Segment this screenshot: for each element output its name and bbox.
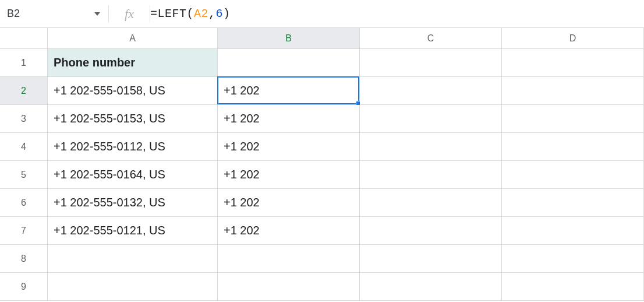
row-header-6[interactable]: 6 <box>0 189 48 216</box>
formula-text: =LEFT <box>150 7 187 20</box>
spreadsheet-grid: ABCD 1Phone number2+1 202-555-0158, US+1… <box>0 28 644 301</box>
cell-D8[interactable] <box>502 245 644 272</box>
cell-C9[interactable] <box>360 273 502 300</box>
cell-B2[interactable]: +1 202 <box>218 77 360 104</box>
column-header-B[interactable]: B <box>218 28 360 48</box>
cell-C1[interactable] <box>360 49 502 76</box>
row-header-7[interactable]: 7 <box>0 217 48 244</box>
row: 9 <box>0 273 644 301</box>
row: 3+1 202-555-0153, US+1 202 <box>0 105 644 133</box>
cell-B4[interactable]: +1 202 <box>218 133 360 160</box>
cell-B7[interactable]: +1 202 <box>218 217 360 244</box>
name-box[interactable]: B2 <box>0 0 108 27</box>
cell-B6[interactable]: +1 202 <box>218 189 360 216</box>
cell-B5[interactable]: +1 202 <box>218 161 360 188</box>
grid-body: 1Phone number2+1 202-555-0158, US+1 2023… <box>0 49 644 301</box>
cell-A6[interactable]: +1 202-555-0132, US <box>48 189 218 216</box>
formula-paren-close: ) <box>223 7 231 20</box>
row-header-3[interactable]: 3 <box>0 105 48 132</box>
column-header-C[interactable]: C <box>360 28 502 48</box>
row: 2+1 202-555-0158, US+1 202 <box>0 77 644 105</box>
cell-B1[interactable] <box>218 49 360 76</box>
formula-input[interactable]: =LEFT(A2,6) <box>150 0 644 27</box>
cell-B9[interactable] <box>218 273 360 300</box>
row: 7+1 202-555-0121, US+1 202 <box>0 217 644 245</box>
cell-C6[interactable] <box>360 189 502 216</box>
column-header-D[interactable]: D <box>502 28 644 48</box>
cell-C8[interactable] <box>360 245 502 272</box>
row-header-9[interactable]: 9 <box>0 273 48 300</box>
cell-A5[interactable]: +1 202-555-0164, US <box>48 161 218 188</box>
formula-arg-ref: A2 <box>194 7 208 20</box>
name-box-value: B2 <box>7 8 20 20</box>
cell-B8[interactable] <box>218 245 360 272</box>
cell-A4[interactable]: +1 202-555-0112, US <box>48 133 218 160</box>
fill-handle[interactable] <box>356 101 360 106</box>
cell-C4[interactable] <box>360 133 502 160</box>
cell-D7[interactable] <box>502 217 644 244</box>
row: 4+1 202-555-0112, US+1 202 <box>0 133 644 161</box>
formula-bar: B2 fx =LEFT(A2,6) <box>0 0 644 28</box>
cell-B3[interactable]: +1 202 <box>218 105 360 132</box>
row-header-5[interactable]: 5 <box>0 161 48 188</box>
cell-D6[interactable] <box>502 189 644 216</box>
cell-D3[interactable] <box>502 105 644 132</box>
cell-A9[interactable] <box>48 273 218 300</box>
row-header-4[interactable]: 4 <box>0 133 48 160</box>
cell-C2[interactable] <box>360 77 502 104</box>
cell-D4[interactable] <box>502 133 644 160</box>
formula-comma: , <box>208 7 216 20</box>
column-headers: ABCD <box>0 28 644 49</box>
cell-C7[interactable] <box>360 217 502 244</box>
formula-arg-num: 6 <box>216 7 224 20</box>
select-all-corner[interactable] <box>0 28 48 48</box>
cell-A3[interactable]: +1 202-555-0153, US <box>48 105 218 132</box>
cell-D5[interactable] <box>502 161 644 188</box>
cell-C3[interactable] <box>360 105 502 132</box>
cell-A1[interactable]: Phone number <box>48 49 218 76</box>
cell-C5[interactable] <box>360 161 502 188</box>
row: 5+1 202-555-0164, US+1 202 <box>0 161 644 189</box>
row: 6+1 202-555-0132, US+1 202 <box>0 189 644 217</box>
cell-A8[interactable] <box>48 245 218 272</box>
row: 1Phone number <box>0 49 644 77</box>
cell-A2[interactable]: +1 202-555-0158, US <box>48 77 218 104</box>
cell-D9[interactable] <box>502 273 644 300</box>
row-header-1[interactable]: 1 <box>0 49 48 76</box>
cell-D2[interactable] <box>502 77 644 104</box>
chevron-down-icon[interactable] <box>94 12 100 16</box>
cell-A7[interactable]: +1 202-555-0121, US <box>48 217 218 244</box>
fx-icon: fx <box>109 6 150 22</box>
formula-paren-open: ( <box>187 7 194 20</box>
column-header-A[interactable]: A <box>48 28 218 48</box>
row: 8 <box>0 245 644 273</box>
row-header-2[interactable]: 2 <box>0 77 48 104</box>
row-header-8[interactable]: 8 <box>0 245 48 272</box>
cell-D1[interactable] <box>502 49 644 76</box>
